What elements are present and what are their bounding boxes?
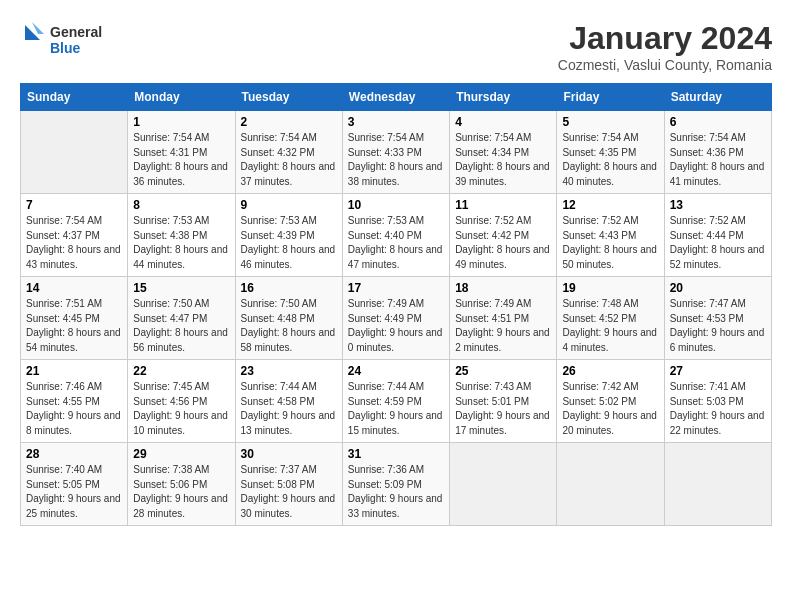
cell-sunrise: Sunrise: 7:54 AM: [348, 132, 424, 143]
calendar-week-row: 28 Sunrise: 7:40 AM Sunset: 5:05 PM Dayl…: [21, 443, 772, 526]
cell-sunset: Sunset: 4:58 PM: [241, 396, 315, 407]
table-row: 4 Sunrise: 7:54 AM Sunset: 4:34 PM Dayli…: [450, 111, 557, 194]
cell-sunrise: Sunrise: 7:36 AM: [348, 464, 424, 475]
cell-daylight: Daylight: 9 hours and 30 minutes.: [241, 493, 336, 519]
cell-sunset: Sunset: 4:51 PM: [455, 313, 529, 324]
day-number: 18: [455, 281, 551, 295]
cell-sunset: Sunset: 4:31 PM: [133, 147, 207, 158]
table-row: [664, 443, 771, 526]
table-row: 29 Sunrise: 7:38 AM Sunset: 5:06 PM Dayl…: [128, 443, 235, 526]
day-number: 19: [562, 281, 658, 295]
cell-daylight: Daylight: 9 hours and 13 minutes.: [241, 410, 336, 436]
table-row: 9 Sunrise: 7:53 AM Sunset: 4:39 PM Dayli…: [235, 194, 342, 277]
table-row: 22 Sunrise: 7:45 AM Sunset: 4:56 PM Dayl…: [128, 360, 235, 443]
day-number: 31: [348, 447, 444, 461]
cell-sunset: Sunset: 4:59 PM: [348, 396, 422, 407]
table-row: 31 Sunrise: 7:36 AM Sunset: 5:09 PM Dayl…: [342, 443, 449, 526]
cell-sunset: Sunset: 4:52 PM: [562, 313, 636, 324]
cell-sunrise: Sunrise: 7:52 AM: [562, 215, 638, 226]
cell-sunrise: Sunrise: 7:54 AM: [455, 132, 531, 143]
cell-daylight: Daylight: 9 hours and 8 minutes.: [26, 410, 121, 436]
cell-daylight: Daylight: 8 hours and 43 minutes.: [26, 244, 121, 270]
cell-sunset: Sunset: 4:44 PM: [670, 230, 744, 241]
cell-sunrise: Sunrise: 7:53 AM: [241, 215, 317, 226]
cell-daylight: Daylight: 9 hours and 2 minutes.: [455, 327, 550, 353]
cell-sunset: Sunset: 5:08 PM: [241, 479, 315, 490]
table-row: [450, 443, 557, 526]
cell-sunset: Sunset: 4:49 PM: [348, 313, 422, 324]
cell-sunrise: Sunrise: 7:54 AM: [670, 132, 746, 143]
table-row: 13 Sunrise: 7:52 AM Sunset: 4:44 PM Dayl…: [664, 194, 771, 277]
cell-daylight: Daylight: 8 hours and 46 minutes.: [241, 244, 336, 270]
table-row: 2 Sunrise: 7:54 AM Sunset: 4:32 PM Dayli…: [235, 111, 342, 194]
table-row: [557, 443, 664, 526]
cell-sunrise: Sunrise: 7:43 AM: [455, 381, 531, 392]
svg-text:General: General: [50, 24, 102, 40]
day-number: 7: [26, 198, 122, 212]
cell-daylight: Daylight: 8 hours and 54 minutes.: [26, 327, 121, 353]
day-number: 27: [670, 364, 766, 378]
table-row: 12 Sunrise: 7:52 AM Sunset: 4:43 PM Dayl…: [557, 194, 664, 277]
table-row: 11 Sunrise: 7:52 AM Sunset: 4:42 PM Dayl…: [450, 194, 557, 277]
cell-daylight: Daylight: 8 hours and 36 minutes.: [133, 161, 228, 187]
table-row: 20 Sunrise: 7:47 AM Sunset: 4:53 PM Dayl…: [664, 277, 771, 360]
cell-daylight: Daylight: 9 hours and 4 minutes.: [562, 327, 657, 353]
cell-sunrise: Sunrise: 7:54 AM: [241, 132, 317, 143]
day-number: 10: [348, 198, 444, 212]
table-row: 28 Sunrise: 7:40 AM Sunset: 5:05 PM Dayl…: [21, 443, 128, 526]
title-block: January 2024 Cozmesti, Vaslui County, Ro…: [558, 20, 772, 73]
day-number: 25: [455, 364, 551, 378]
cell-daylight: Daylight: 9 hours and 28 minutes.: [133, 493, 228, 519]
cell-daylight: Daylight: 9 hours and 6 minutes.: [670, 327, 765, 353]
day-number: 16: [241, 281, 337, 295]
day-number: 29: [133, 447, 229, 461]
table-row: 25 Sunrise: 7:43 AM Sunset: 5:01 PM Dayl…: [450, 360, 557, 443]
day-number: 22: [133, 364, 229, 378]
cell-sunset: Sunset: 4:45 PM: [26, 313, 100, 324]
table-row: 16 Sunrise: 7:50 AM Sunset: 4:48 PM Dayl…: [235, 277, 342, 360]
cell-daylight: Daylight: 8 hours and 56 minutes.: [133, 327, 228, 353]
cell-sunrise: Sunrise: 7:54 AM: [562, 132, 638, 143]
day-number: 26: [562, 364, 658, 378]
cell-sunset: Sunset: 5:01 PM: [455, 396, 529, 407]
cell-sunset: Sunset: 4:37 PM: [26, 230, 100, 241]
header-friday: Friday: [557, 84, 664, 111]
day-number: 15: [133, 281, 229, 295]
cell-sunrise: Sunrise: 7:42 AM: [562, 381, 638, 392]
cell-sunrise: Sunrise: 7:52 AM: [670, 215, 746, 226]
cell-sunrise: Sunrise: 7:38 AM: [133, 464, 209, 475]
cell-sunrise: Sunrise: 7:51 AM: [26, 298, 102, 309]
header-saturday: Saturday: [664, 84, 771, 111]
cell-daylight: Daylight: 9 hours and 25 minutes.: [26, 493, 121, 519]
cell-daylight: Daylight: 8 hours and 49 minutes.: [455, 244, 550, 270]
cell-sunset: Sunset: 5:05 PM: [26, 479, 100, 490]
logo: General Blue: [20, 20, 110, 62]
calendar-title: January 2024: [558, 20, 772, 57]
table-row: 21 Sunrise: 7:46 AM Sunset: 4:55 PM Dayl…: [21, 360, 128, 443]
cell-sunset: Sunset: 5:02 PM: [562, 396, 636, 407]
day-number: 21: [26, 364, 122, 378]
cell-sunset: Sunset: 4:48 PM: [241, 313, 315, 324]
cell-sunrise: Sunrise: 7:49 AM: [348, 298, 424, 309]
svg-text:Blue: Blue: [50, 40, 81, 56]
header-sunday: Sunday: [21, 84, 128, 111]
day-number: 1: [133, 115, 229, 129]
cell-sunrise: Sunrise: 7:40 AM: [26, 464, 102, 475]
day-number: 2: [241, 115, 337, 129]
day-number: 9: [241, 198, 337, 212]
day-number: 30: [241, 447, 337, 461]
cell-sunrise: Sunrise: 7:52 AM: [455, 215, 531, 226]
cell-daylight: Daylight: 8 hours and 44 minutes.: [133, 244, 228, 270]
day-number: 3: [348, 115, 444, 129]
cell-daylight: Daylight: 8 hours and 37 minutes.: [241, 161, 336, 187]
table-row: 17 Sunrise: 7:49 AM Sunset: 4:49 PM Dayl…: [342, 277, 449, 360]
cell-daylight: Daylight: 8 hours and 40 minutes.: [562, 161, 657, 187]
cell-sunset: Sunset: 4:53 PM: [670, 313, 744, 324]
cell-sunset: Sunset: 4:35 PM: [562, 147, 636, 158]
day-number: 24: [348, 364, 444, 378]
calendar-table: Sunday Monday Tuesday Wednesday Thursday…: [20, 83, 772, 526]
cell-daylight: Daylight: 8 hours and 41 minutes.: [670, 161, 765, 187]
cell-daylight: Daylight: 9 hours and 20 minutes.: [562, 410, 657, 436]
cell-sunset: Sunset: 4:38 PM: [133, 230, 207, 241]
table-row: 3 Sunrise: 7:54 AM Sunset: 4:33 PM Dayli…: [342, 111, 449, 194]
